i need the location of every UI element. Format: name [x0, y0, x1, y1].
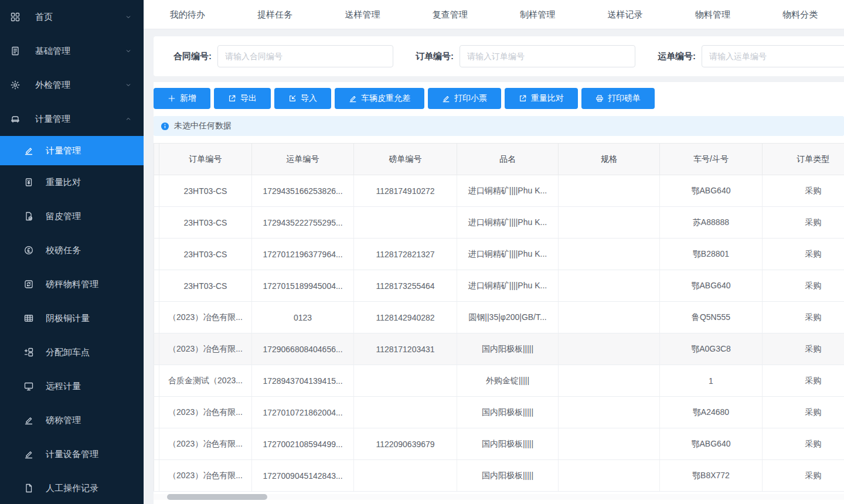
sidebar: 首页基础管理外检管理计量管理 计量管理重量比对留皮管理校磅任务磅秤物料管理阴极铜… [0, 0, 144, 504]
waybill-no-input[interactable] [702, 45, 844, 67]
sidebar-subitem-metering-mgmt[interactable]: 计量管理 [0, 136, 144, 165]
cell [559, 365, 660, 397]
cell: 1728943704139415... [252, 365, 354, 397]
sidebar-subitem-label: 留皮管理 [46, 211, 81, 222]
sidebar-item-label: 首页 [35, 12, 53, 23]
cell [354, 460, 457, 492]
column-header: 车号/斗号 [660, 144, 763, 175]
horizontal-scrollbar[interactable] [154, 494, 844, 500]
filter-label-contract-no: 合同编号: [173, 51, 212, 62]
cell: 进口铜精矿||||Phu K... [457, 207, 559, 239]
table-row[interactable]: 23HT03-CS1729435166253826...112817491027… [154, 175, 844, 207]
sidebar-subitem-remote-metering[interactable]: 远程计量 [0, 369, 144, 403]
sidebar-submenu: 计量管理重量比对留皮管理校磅任务磅秤物料管理阴极铜计量分配卸车点远程计量磅称管理… [0, 136, 144, 504]
cell: 采购 [763, 175, 844, 207]
table-row[interactable]: （2023）冶色有限...1727002108594499...11220906… [154, 428, 844, 460]
table-row[interactable]: 23HT03-CS1727012196377964...112817282132… [154, 239, 844, 270]
cell: 1729435166253826... [252, 175, 354, 207]
sidebar-subitem-manual-operation-log[interactable]: 人工操作记录 [0, 471, 144, 504]
sidebar-item-home[interactable]: 首页 [0, 0, 144, 34]
table-row[interactable]: 23HT03-CS1729435222755295...进口铜精矿||||Phu… [154, 207, 844, 239]
cell: 采购 [763, 397, 844, 428]
table-row[interactable]: （2023）冶色有限...1727010721862004...国内阳极板|||… [154, 397, 844, 428]
export-button[interactable]: 导出 [214, 88, 271, 109]
tab-sample-prep-mgmt[interactable]: 制样管理 [494, 0, 581, 29]
filter-group-order-no: 订单编号: [416, 45, 635, 67]
cell: 外购金锭||||| [457, 365, 559, 397]
toolbar: 新增导出导入车辆皮重允差打印小票重量比对打印磅单 [154, 88, 844, 109]
sidebar-subitem-scale-mgmt[interactable]: 磅称管理 [0, 403, 144, 437]
sidebar-item-external-inspection-mgmt[interactable]: 外检管理 [0, 68, 144, 102]
cell: 国内阳极板||||| [457, 333, 559, 365]
sidebar-menu: 首页基础管理外检管理计量管理 [0, 0, 144, 136]
cell [559, 428, 660, 460]
sidebar-subitem-tare-mgmt[interactable]: 留皮管理 [0, 199, 144, 233]
table-row[interactable]: 合质金测试（2023...1728943704139415...外购金锭||||… [154, 365, 844, 397]
table-row[interactable]: （2023）冶色有限...1729066808404656...11281712… [154, 333, 844, 365]
filter-label-order-no: 订单编号: [416, 51, 454, 62]
tab-recheck-mgmt[interactable]: 复查管理 [406, 0, 494, 29]
print-ticket-button[interactable]: 打印小票 [428, 88, 501, 109]
checkbox-cell-stub [154, 270, 159, 302]
cell: 苏A88888 [660, 207, 763, 239]
sidebar-subitem-assign-unload-point[interactable]: 分配卸车点 [0, 335, 144, 369]
import-icon [288, 94, 297, 103]
add-button[interactable]: 新增 [154, 88, 210, 109]
checkbox-cell-stub [154, 207, 159, 239]
sync-square-icon [24, 280, 33, 289]
file-icon [24, 483, 33, 493]
sidebar-item-basic-mgmt[interactable]: 基础管理 [0, 34, 144, 68]
import-button[interactable]: 导入 [274, 88, 331, 109]
tab-material-mgmt[interactable]: 物料管理 [669, 0, 756, 29]
cell: 采购 [763, 270, 844, 302]
sidebar-subitem-metering-device-mgmt[interactable]: 计量设备管理 [0, 437, 144, 471]
sidebar-subitem-label: 阴极铜计量 [46, 313, 90, 324]
vehicle-tare-tolerance-button[interactable]: 车辆皮重允差 [335, 88, 424, 109]
edit-icon [24, 146, 33, 155]
cell: 国内阳极板||||| [457, 397, 559, 428]
tab-sample-delivery-mgmt[interactable]: 送样管理 [319, 0, 406, 29]
cell: 采购 [763, 460, 844, 492]
sidebar-item-metering-mgmt[interactable]: 计量管理 [0, 102, 144, 136]
cell: 国内阳极板||||| [457, 460, 559, 492]
cell: 0123 [252, 302, 354, 333]
order-no-input[interactable] [460, 45, 635, 67]
contract-no-input[interactable] [217, 45, 393, 67]
button-label: 打印磅单 [608, 93, 641, 104]
weight-compare-button[interactable]: 重量比对 [505, 88, 578, 109]
cell: 1128174910272 [354, 175, 457, 207]
cell: 鲁Q5N555 [660, 302, 763, 333]
cell: 鄂ABG640 [660, 175, 763, 207]
scrollbar-thumb[interactable] [167, 494, 267, 500]
tab-my-todo[interactable]: 我的待办 [144, 0, 231, 29]
plus-icon [168, 94, 176, 103]
cell: 23HT03-CS [159, 175, 252, 207]
table-row[interactable]: （2023）冶色有限...1727009045142843...国内阳极板|||… [154, 460, 844, 492]
sidebar-subitem-cathode-copper-metering[interactable]: 阴极铜计量 [0, 301, 144, 335]
cell: 采购 [763, 207, 844, 239]
button-label: 导出 [240, 93, 257, 104]
checkbox-cell-stub [154, 175, 159, 207]
cell: 进口铜精矿||||Phu K... [457, 175, 559, 207]
print-scale-sheet-button[interactable]: 打印磅单 [581, 88, 655, 109]
table-row[interactable]: 23HT03-CS1727015189945004...112817325546… [154, 270, 844, 302]
button-label: 重量比对 [531, 93, 564, 104]
chevron-down-icon [125, 47, 132, 55]
top-nav: 我的待办提样任务送样管理复查管理制样管理送样记录物料管理物料分类 [144, 0, 844, 29]
sidebar-item-label: 计量管理 [35, 114, 70, 125]
tab-delivery-record[interactable]: 送样记录 [581, 0, 669, 29]
table-row[interactable]: （2023）冶色有限...01231128142940282圆钢||35|φ20… [154, 302, 844, 333]
chevron-down-icon [125, 13, 132, 21]
edit-icon [24, 449, 33, 459]
sidebar-subitem-scale-calibration-task[interactable]: 校磅任务 [0, 233, 144, 267]
chevron-down-icon [125, 81, 132, 88]
tab-sampling-task[interactable]: 提样任务 [231, 0, 318, 29]
tab-material-category[interactable]: 物料分类 [757, 0, 844, 29]
sidebar-subitem-weight-compare[interactable]: 重量比对 [0, 165, 144, 199]
sidebar-subitem-label: 磅称管理 [46, 415, 81, 426]
info-icon [161, 122, 169, 131]
cell [354, 207, 457, 239]
sidebar-subitem-scale-material-mgmt[interactable]: 磅秤物料管理 [0, 267, 144, 301]
cell [354, 365, 457, 397]
sidebar-item-label: 基础管理 [35, 46, 70, 57]
